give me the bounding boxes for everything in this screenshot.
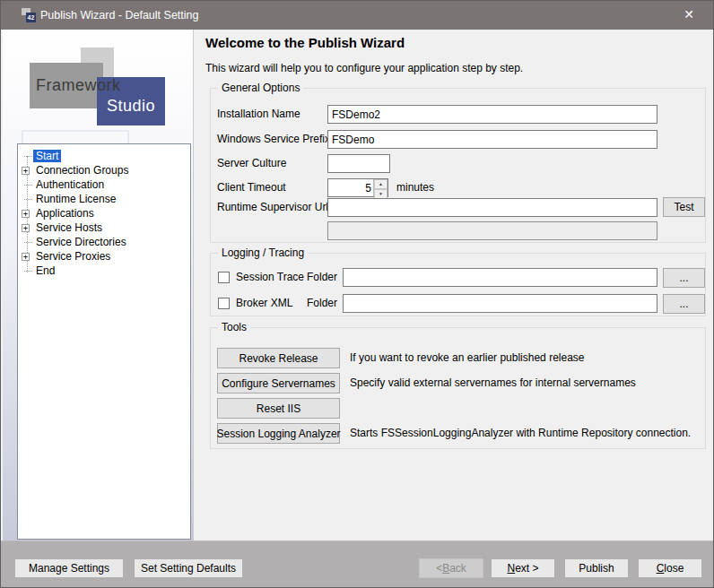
page-title: Welcome to the Publish Wizard [205, 35, 405, 50]
session-trace-folder-input[interactable] [343, 268, 657, 287]
test-button[interactable]: Test [663, 197, 705, 217]
group-title: Tools [218, 321, 250, 333]
manage-settings-button[interactable]: Manage Settings [14, 558, 124, 578]
set-setting-defaults-button[interactable]: Set Setting Defaults [134, 558, 243, 578]
tree-stub [24, 199, 32, 200]
tree-item-service-hosts[interactable]: + Service Hosts [18, 220, 190, 235]
tree-item-label[interactable]: Start [33, 150, 61, 162]
tree-item-label[interactable]: Runtime License [33, 193, 118, 205]
broker-xml-folder-input[interactable] [343, 294, 657, 313]
tools-group: Tools Revoke Release If you want to revo… [210, 327, 706, 449]
service-prefix-input[interactable] [327, 130, 657, 149]
configure-servernames-button[interactable]: Configure Servernames [217, 373, 340, 393]
expand-plus-icon[interactable]: + [22, 253, 30, 261]
tree-stub [24, 271, 32, 272]
session-logging-analyzer-desc: Starts FSSessionLoggingAnalyzer with Run… [350, 427, 691, 439]
client-timeout-input[interactable] [328, 179, 373, 196]
app-icon: 42 [22, 8, 36, 22]
app-icon-number: 42 [26, 13, 36, 22]
tree-item-service-directories[interactable]: Service Directories [18, 235, 190, 249]
broker-xml-label: Broker XML [236, 297, 292, 309]
tree-item-label[interactable]: Service Hosts [33, 221, 105, 234]
tree-item-label[interactable]: Connection Groups [33, 164, 131, 177]
supervisor-url-label: Runtime Supervisor Url [217, 201, 328, 213]
tree-stub [24, 185, 32, 186]
reset-iis-button[interactable]: Reset IIS [217, 398, 340, 419]
client-timeout-unit: minutes [396, 181, 434, 194]
logo-text-studio: Studio [107, 97, 155, 116]
server-culture-label: Server Culture [217, 157, 286, 169]
expand-plus-icon[interactable]: + [22, 224, 30, 232]
installation-name-label: Installation Name [217, 108, 300, 120]
revoke-release-desc: If you want to revoke an earlier publish… [350, 351, 585, 364]
session-trace-label: Session Trace [236, 271, 304, 283]
client-timeout-label: Client Timeout [217, 181, 286, 194]
broker-xml-browse-button[interactable]: ... [663, 294, 705, 314]
next-button[interactable]: Next > [491, 558, 555, 578]
tree-item-service-proxies[interactable]: + Service Proxies [18, 249, 190, 264]
group-title: General Options [218, 82, 303, 94]
folder-label: Folder [307, 297, 337, 309]
window-title: Publish Wizard - Default Setting [40, 1, 198, 30]
logging-tracing-group: Logging / Tracing Session Trace Folder .… [210, 253, 706, 316]
tree-item-label[interactable]: Service Proxies [33, 250, 113, 263]
back-button[interactable]: < Back [419, 558, 483, 578]
supervisor-url-input[interactable] [327, 198, 657, 217]
spin-up-icon[interactable]: ▲ [374, 179, 387, 189]
footer-bar: Manage Settings Set Setting Defaults < B… [1, 540, 713, 587]
server-culture-input[interactable] [327, 154, 390, 173]
revoke-release-button[interactable]: Revoke Release [217, 348, 340, 368]
broker-xml-checkbox[interactable] [218, 298, 230, 309]
expand-plus-icon[interactable]: + [22, 210, 30, 218]
close-button[interactable]: Close [638, 558, 702, 578]
expand-plus-icon[interactable]: + [22, 167, 30, 175]
general-options-group: General Options Installation Name Window… [210, 88, 706, 243]
folder-label: Folder [307, 271, 337, 283]
session-trace-checkbox[interactable] [218, 272, 230, 283]
tree-item-label[interactable]: End [33, 264, 57, 277]
session-logging-analyzer-button[interactable]: Session Logging Analyzer [217, 423, 340, 444]
service-prefix-label: Windows Service Prefix [217, 133, 330, 145]
tree-stub [24, 156, 32, 157]
wizard-left-panel: Framework Studio Start + Connection Grou… [3, 30, 194, 540]
tree-item-label[interactable]: Applications [33, 207, 97, 220]
title-bar[interactable]: 42 Publish Wizard - Default Setting ✕ [1, 1, 713, 30]
tree-item-end[interactable]: End [18, 264, 190, 278]
tree-item-applications[interactable]: + Applications [18, 206, 190, 220]
configure-servernames-desc: Specify valid external servernames for i… [350, 376, 636, 389]
tree-item-connection-groups[interactable]: + Connection Groups [18, 163, 190, 177]
installation-name-input[interactable] [327, 105, 657, 124]
tree-item-start[interactable]: Start [18, 149, 190, 163]
logo-text-framework: Framework [36, 76, 121, 95]
close-icon[interactable]: ✕ [672, 1, 706, 30]
supervisor-status-field [327, 221, 657, 240]
tree-item-authentication[interactable]: Authentication [18, 177, 190, 192]
client-timeout-stepper[interactable]: ▲ ▼ [327, 178, 388, 197]
group-title: Logging / Tracing [218, 246, 308, 259]
tree-item-runtime-license[interactable]: Runtime License [18, 192, 190, 206]
tree-item-label[interactable]: Service Directories [33, 236, 129, 248]
tree-item-label[interactable]: Authentication [33, 178, 107, 191]
session-trace-browse-button[interactable]: ... [663, 268, 705, 288]
publish-wizard-window: 42 Publish Wizard - Default Setting ✕ Fr… [0, 0, 714, 588]
page-subtitle: This wizard will help you to configure y… [205, 62, 523, 74]
tree-stub [24, 242, 32, 243]
wizard-step-tree: Start + Connection Groups Authentication… [17, 143, 191, 540]
publish-button[interactable]: Publish [564, 558, 629, 578]
